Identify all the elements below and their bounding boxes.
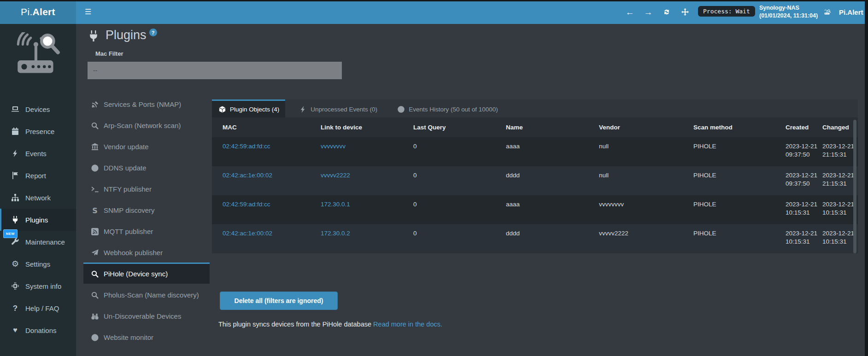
- search-icon: [91, 122, 99, 129]
- cell-link: vvvvvvvv: [321, 137, 413, 166]
- sidebar-item-label: Network: [25, 194, 51, 202]
- cell-name: aaaa: [506, 195, 599, 224]
- sidebar-item-devices[interactable]: Devices: [0, 98, 76, 120]
- cell-name: aaaa: [506, 137, 599, 166]
- mac-link[interactable]: 02:42:ac:1e:00:02: [223, 172, 272, 179]
- mac-link[interactable]: 02:42:ac:1e:00:02: [223, 230, 272, 237]
- plugin-nav-item-pihole-device-sync[interactable]: PiHole (Device sync): [83, 263, 210, 284]
- sidebar-item-plugins[interactable]: Plugins: [0, 209, 76, 231]
- cell-last-query: 0: [413, 137, 506, 166]
- plugin-nav-item-label: Arp-Scan (Network scan): [104, 122, 181, 129]
- cell-link: 172.30.0.2: [321, 224, 413, 253]
- flag-icon: [11, 172, 19, 180]
- cell-vendor: vvvvvvvv: [599, 195, 693, 224]
- sidebar-item-label: Devices: [25, 105, 50, 113]
- cell-mac: 02:42:ac:1e:00:02: [212, 166, 321, 195]
- tab-plugin-objects-4[interactable]: Plugin Objects (4): [212, 99, 285, 117]
- column-header-vendor: Vendor: [599, 117, 693, 137]
- sitemap-icon: [11, 194, 19, 202]
- cell-changed: 2023-12-21 21:15:31: [822, 166, 858, 195]
- forward-button[interactable]: →: [644, 8, 652, 16]
- cell-scan-method: PIHOLE: [693, 224, 786, 253]
- globe-icon: [91, 333, 99, 341]
- globe-icon: [91, 164, 99, 172]
- logo-bold: Alert: [33, 6, 55, 18]
- plugin-nav-item-label: DDNS update: [104, 164, 147, 172]
- cell-last-query: 0: [413, 224, 506, 253]
- plugin-nav-item-ddns-update[interactable]: DDNS update: [83, 157, 210, 178]
- cell-changed: 2023-12-21 21:15:31: [822, 137, 858, 166]
- brand: Pi.Alert: [821, 0, 863, 24]
- plugin-nav-item-pholus-scan-name-discovery[interactable]: Pholus-Scan (Name discovery): [83, 284, 210, 305]
- move-icon: [681, 8, 689, 16]
- plugin-nav-item-un-discoverable-devices[interactable]: Un-Discoverable Devices: [83, 305, 210, 326]
- refresh-button[interactable]: [663, 8, 671, 16]
- plugin-nav-item-ntfy-publisher[interactable]: NTFY publisher: [83, 178, 210, 199]
- sidebar-item-label: Maintenance: [25, 238, 65, 246]
- table-scrollbar[interactable]: [853, 120, 856, 253]
- plugin-nav-item-arp-scan-network-scan[interactable]: Arp-Scan (Network scan): [83, 114, 210, 135]
- wrench-icon: [11, 238, 19, 246]
- plugin-nav-item-label: Vendor update: [104, 143, 149, 151]
- plugin-nav-item-snmp-discovery[interactable]: SSNMP discovery: [83, 199, 210, 220]
- tab-unprocessed-events-0[interactable]: Unprocessed Events (0): [293, 99, 383, 117]
- host-time: (01/01/2024, 11:31:04): [759, 12, 818, 20]
- sidebar-item-help-faq[interactable]: ?Help / FAQ: [0, 297, 76, 319]
- rss-icon: [91, 228, 99, 235]
- page-header: Plugins ?: [88, 28, 157, 44]
- tab-label: Plugin Objects (4): [230, 106, 279, 113]
- mac-filter-input[interactable]: [88, 62, 342, 79]
- sidebar: DevicesPresenceEventsReportNetworkPlugin…: [0, 24, 76, 356]
- sidebar-toggle-button[interactable]: ☰: [81, 0, 95, 24]
- hamburger-icon: ☰: [85, 8, 91, 16]
- device-link[interactable]: vvvvvvvv: [321, 143, 346, 150]
- bolt-icon: [299, 105, 307, 113]
- sidebar-item-report[interactable]: Report: [0, 164, 76, 187]
- pialert-app: Pi.Alert ☰ ←→ Process: Wait Synology-NAS…: [0, 0, 868, 356]
- app-logo[interactable]: Pi.Alert: [0, 0, 76, 24]
- plugin-nav-item-label: NTFY publisher: [104, 185, 152, 193]
- main-content: Plugins ? Mac Filter Services & Ports (N…: [76, 24, 865, 356]
- sidebar-item-presence[interactable]: Presence: [0, 120, 76, 142]
- column-header-mac: MAC: [212, 117, 321, 137]
- delete-all-button[interactable]: Delete all (filters are ignored): [220, 292, 338, 310]
- help-badge[interactable]: ?: [149, 29, 157, 36]
- docs-link[interactable]: Read more in the docs.: [373, 321, 442, 328]
- plugin-nav-item-website-monitor[interactable]: Website monitor: [83, 326, 210, 347]
- question-icon: ?: [11, 304, 19, 312]
- sidebar-item-settings[interactable]: ⚙Settings: [0, 253, 76, 275]
- device-link[interactable]: 172.30.0.2: [321, 230, 350, 237]
- plugin-nav-item-vendor-update[interactable]: Vendor update: [83, 135, 210, 157]
- plugin-nav-item-label: Webhook publisher: [104, 249, 163, 257]
- sidebar-item-system-info[interactable]: System info: [0, 275, 76, 297]
- move-button[interactable]: [681, 8, 689, 16]
- device-link[interactable]: 172.30.0.1: [321, 201, 350, 208]
- cell-name: dddd: [506, 224, 599, 253]
- device-link[interactable]: vvvvv2222: [321, 172, 350, 179]
- back-icon: ←: [626, 8, 634, 16]
- s-letter-icon: S: [91, 206, 99, 214]
- cell-changed: 2023-12-21 10:15:31: [822, 195, 858, 224]
- plugin-nav-item-label: SNMP discovery: [104, 206, 155, 214]
- logo-prefix: Pi.: [21, 6, 32, 18]
- plugin-description: This plugin syncs devices from the PiHol…: [218, 321, 442, 328]
- svg-text:S: S: [92, 207, 98, 214]
- plugin-nav-item-webhook-publisher[interactable]: Webhook publisher: [83, 241, 210, 263]
- bolt-icon: [11, 150, 19, 158]
- sidebar-item-label: Presence: [25, 128, 54, 135]
- cell-created: 2023-12-21 09:37:50: [786, 166, 822, 195]
- cell-vendor: null: [599, 166, 693, 195]
- mac-link[interactable]: 02:42:59:ad:fd:cc: [223, 143, 270, 150]
- tab-events-history-50-out-of-10000[interactable]: Events History (50 out of 10000): [391, 99, 504, 117]
- plugin-nav-item-services-ports-nmap[interactable]: Services & Ports (NMAP): [83, 93, 210, 114]
- plane-icon: [91, 249, 99, 257]
- terminal-icon: [91, 185, 99, 193]
- back-button[interactable]: ←: [626, 8, 634, 16]
- sidebar-item-donations[interactable]: ♥Donations: [0, 319, 76, 341]
- cell-scan-method: PIHOLE: [693, 166, 786, 195]
- mac-link[interactable]: 02:42:59:ad:fd:cc: [223, 201, 270, 208]
- dish-icon: [91, 100, 99, 108]
- plugin-nav-item-mqtt-publisher[interactable]: MQTT publisher: [83, 220, 210, 241]
- sidebar-item-network[interactable]: Network: [0, 187, 76, 209]
- sidebar-item-events[interactable]: Events: [0, 142, 76, 164]
